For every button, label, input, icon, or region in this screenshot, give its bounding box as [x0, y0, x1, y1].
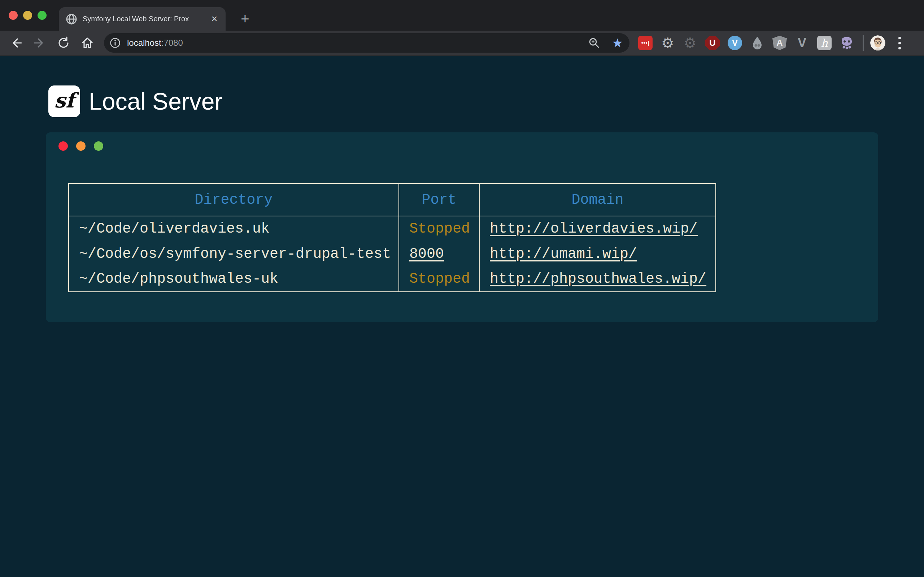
port-link[interactable]: 8000 — [409, 246, 444, 262]
minimize-window-button[interactable] — [23, 11, 32, 20]
domain-column-header: Domain — [479, 184, 716, 216]
browser-toolbar: localhost:7080 ★ •••| ⚙ ⚙ U V A V h — [0, 31, 924, 56]
reload-button[interactable] — [56, 36, 71, 50]
menu-dot — [898, 42, 901, 44]
angular-shield-extension-icon[interactable]: A — [772, 36, 787, 50]
tab-title: Symfony Local Web Server: Prox — [82, 15, 209, 23]
url-text[interactable]: localhost:7080 — [127, 38, 183, 48]
port-column-header: Port — [399, 184, 479, 216]
close-window-button[interactable] — [9, 11, 18, 20]
address-bar[interactable]: localhost:7080 ★ — [104, 33, 630, 53]
domain-cell: http://umami.wip/ — [479, 241, 716, 266]
zoom-level-icon[interactable] — [588, 37, 600, 49]
window-titlebar: Symfony Local Web Server: Prox ✕ + — [0, 0, 924, 31]
home-button[interactable] — [80, 36, 95, 50]
page-header: sf Local Server — [48, 85, 878, 117]
table-row: ~/Code/oliverdavies.uk Stopped http://ol… — [69, 216, 716, 241]
bookmark-star-icon[interactable]: ★ — [612, 37, 623, 49]
page-info-icon[interactable] — [110, 37, 121, 48]
servers-table: Directory Port Domain ~/Code/oliverdavie… — [68, 183, 716, 292]
domain-link[interactable]: http://phpsouthwales.wip/ — [490, 271, 706, 287]
status-badge: Stopped — [409, 221, 470, 237]
directory-cell: ~/Code/oliverdavies.uk — [69, 216, 399, 241]
table-row: ~/Code/phpsouthwales-uk Stopped http://p… — [69, 266, 716, 292]
reload-icon — [57, 36, 70, 49]
octotree-octocat-extension-icon[interactable] — [840, 36, 854, 50]
extensions-row: •••| ⚙ ⚙ U V A V h — [638, 36, 854, 50]
forward-button[interactable] — [32, 36, 47, 50]
home-icon — [81, 36, 94, 49]
symfony-logo: sf — [48, 85, 80, 117]
domain-link[interactable]: http://umami.wip/ — [490, 246, 637, 262]
maximize-window-button[interactable] — [37, 11, 47, 20]
green-dot-icon — [94, 141, 103, 151]
tab-close-icon[interactable]: ✕ — [209, 14, 220, 24]
window-controls — [9, 11, 47, 20]
browser-tab[interactable]: Symfony Local Web Server: Prox ✕ — [59, 7, 226, 31]
directory-cell: ~/Code/os/symfony-server-drupal-test — [69, 241, 399, 266]
menu-dot — [898, 47, 901, 49]
port-cell: Stopped — [399, 266, 479, 292]
gear-extension-icon[interactable]: ⚙ — [661, 36, 675, 50]
orange-dot-icon — [76, 141, 86, 151]
domain-cell: http://phpsouthwales.wip/ — [479, 266, 716, 292]
browser-menu-button[interactable] — [894, 37, 905, 49]
profile-avatar[interactable] — [870, 35, 885, 50]
status-badge: Stopped — [409, 271, 470, 287]
page-content: sf Local Server Directory Port Domain ~/… — [0, 56, 924, 322]
lastpass-extension-icon[interactable]: •••| — [638, 36, 653, 50]
new-tab-button[interactable]: + — [237, 11, 253, 26]
ublock-origin-extension-icon[interactable]: U — [705, 36, 720, 50]
vue-extension-icon[interactable]: V — [795, 36, 809, 50]
url-port: :7080 — [162, 38, 183, 48]
directory-cell: ~/Code/phpsouthwales-uk — [69, 266, 399, 292]
hypothesis-extension-icon[interactable]: h — [817, 36, 832, 50]
back-arrow-icon — [10, 36, 23, 49]
table-row: ~/Code/os/symfony-server-drupal-test 800… — [69, 241, 716, 266]
page-title: Local Server — [89, 88, 223, 115]
port-cell: Stopped — [399, 216, 479, 241]
menu-dot — [898, 37, 901, 39]
terminal-window-dots — [58, 141, 878, 151]
vimium-extension-icon[interactable]: V — [728, 36, 742, 50]
table-header-row: Directory Port Domain — [69, 184, 716, 216]
domain-cell: http://oliverdavies.wip/ — [479, 216, 716, 241]
drupal-extension-icon[interactable] — [750, 36, 764, 50]
forward-arrow-icon — [33, 36, 46, 49]
domain-link[interactable]: http://oliverdavies.wip/ — [490, 221, 698, 237]
globe-favicon-icon — [66, 14, 77, 24]
port-cell: 8000 — [399, 241, 479, 266]
toolbar-separator — [863, 35, 864, 51]
gear-dark-extension-icon[interactable]: ⚙ — [683, 36, 697, 50]
url-host: localhost — [127, 38, 162, 48]
terminal-card: Directory Port Domain ~/Code/oliverdavie… — [46, 132, 878, 322]
directory-column-header: Directory — [69, 184, 399, 216]
red-dot-icon — [58, 141, 68, 151]
back-button[interactable] — [9, 36, 23, 50]
